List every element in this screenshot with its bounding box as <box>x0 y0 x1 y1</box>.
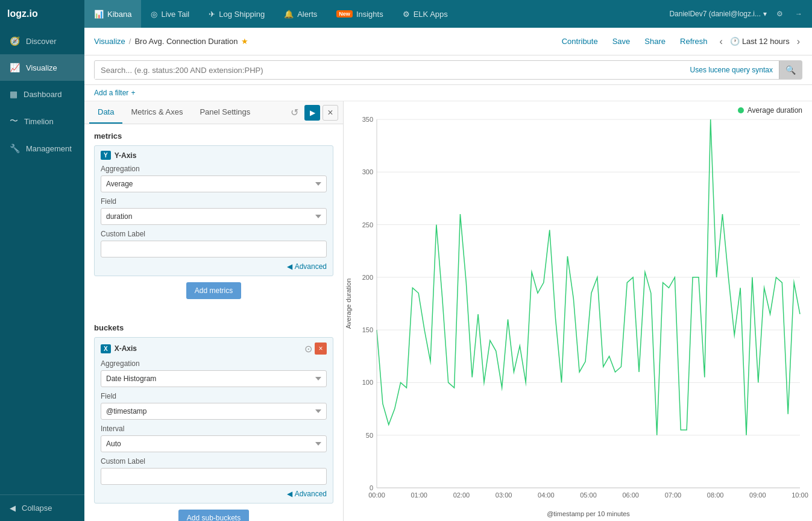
nav-livetail[interactable]: ◎ Live Tail <box>141 0 199 28</box>
add-filter-button[interactable]: Add a filter + <box>94 89 135 97</box>
favorite-icon[interactable]: ★ <box>241 37 248 46</box>
interval-select[interactable]: Auto Millisecond Second Minute Hourly Da… <box>101 435 327 452</box>
user-menu[interactable]: DanielDev7 (daniel@logz.i... ▾ <box>669 10 767 18</box>
filter-plus-symbol: + <box>131 89 135 97</box>
advanced-link[interactable]: ◀ Advanced <box>101 262 327 271</box>
add-subbuckets-button[interactable]: Add sub-buckets <box>178 510 249 521</box>
breadcrumb-bar: Visualize / Bro Avg. Connection Duration… <box>84 28 812 55</box>
add-metrics-button[interactable]: Add metrics <box>186 282 241 299</box>
custom-label-input[interactable] <box>101 241 327 257</box>
collapse-button[interactable]: ◀ Collapse <box>0 495 84 521</box>
send-icon: ✈ <box>209 10 215 19</box>
puzzle-icon: ⚙ <box>403 10 410 19</box>
search-input[interactable] <box>95 62 684 79</box>
xaxis-custom-label-label: Custom Label <box>101 457 327 466</box>
nav-logshipping[interactable]: ✈ Log Shipping <box>199 0 274 28</box>
xaxis-label: X-Axis <box>115 344 137 353</box>
save-button[interactable]: Save <box>608 34 635 48</box>
sidebar-item-management[interactable]: 🔧 Management <box>0 135 84 162</box>
legend-label: Average duration <box>747 106 802 115</box>
panel-close-button[interactable]: × <box>323 105 338 121</box>
time-prev-button[interactable]: ‹ <box>717 36 725 47</box>
chart-legend: Average duration <box>738 106 802 115</box>
settings-gear-button[interactable]: ↺ <box>286 105 302 121</box>
sidebar-bottom: ◀ Collapse <box>0 494 84 521</box>
nav-alerts[interactable]: 🔔 Alerts <box>274 0 327 28</box>
custom-label-label: Custom Label <box>101 230 327 238</box>
tab-data[interactable]: Data <box>89 101 122 124</box>
time-range[interactable]: 🕐 Last 12 hours <box>730 37 790 46</box>
bell-icon: 🔔 <box>284 10 294 19</box>
plus-icon: Add a filter <box>94 89 128 97</box>
run-button[interactable]: ▶ <box>304 105 320 121</box>
tab-actions: ↺ ▶ × <box>286 105 338 121</box>
breadcrumb-actions: Contribute Save Share Refresh ‹ 🕐 Last 1… <box>557 34 802 48</box>
contribute-button[interactable]: Contribute <box>557 34 603 48</box>
search-button[interactable]: 🔍 <box>779 61 802 79</box>
interval-label: Interval <box>101 425 327 433</box>
time-next-button[interactable]: › <box>795 36 802 47</box>
nav-items: 📊 Kibana ◎ Live Tail ✈ Log Shipping 🔔 Al… <box>84 0 669 28</box>
chart-area: Average duration <box>344 101 812 521</box>
breadcrumb-separator: / <box>129 37 131 46</box>
timelion-icon: 〜 <box>10 116 18 127</box>
clock-icon: 🕐 <box>730 37 740 46</box>
xaxis-custom-label-input[interactable] <box>101 468 327 485</box>
nav-right: DanielDev7 (daniel@logz.i... ▾ ⚙ → <box>669 7 812 21</box>
chart-canvas <box>344 101 812 521</box>
dashboard-icon: ▦ <box>10 89 17 99</box>
sidebar-item-discover[interactable]: 🧭 Discover <box>0 28 84 54</box>
yaxis-header: Y Y-Axis <box>101 151 327 160</box>
top-navigation: logz.io 📊 Kibana ◎ Live Tail ✈ Log Shipp… <box>0 0 812 28</box>
sidebar-item-timelion[interactable]: 〜 Timelion <box>0 107 84 135</box>
lucene-hint[interactable]: Uses lucene query syntax <box>684 66 779 74</box>
search-input-wrap: Uses lucene query syntax 🔍 <box>94 60 802 80</box>
sidebar-item-dashboard[interactable]: ▦ Dashboard <box>0 81 84 107</box>
yaxis-label: Y-Axis <box>115 151 137 160</box>
nav-kibana[interactable]: 📊 Kibana <box>84 0 141 28</box>
visualization-area: Data Metrics & Axes Panel Settings ↺ ▶ × <box>84 101 812 521</box>
chevron-down-icon: ▾ <box>763 10 767 18</box>
nav-insights[interactable]: New Insights <box>327 0 392 28</box>
xaxis-close-button[interactable]: × <box>315 343 327 355</box>
toggle-button[interactable]: ⊙ <box>304 343 312 355</box>
share-button[interactable]: Share <box>640 34 670 48</box>
management-icon: 🔧 <box>10 144 20 153</box>
circle-icon: ◎ <box>151 10 157 19</box>
nav-elkapps[interactable]: ⚙ ELK Apps <box>393 0 458 28</box>
xaxis-header: X X-Axis ⊙ × <box>101 343 327 355</box>
filter-row: Add a filter + <box>84 85 812 101</box>
signout-icon[interactable]: → <box>793 7 805 21</box>
breadcrumb-parent[interactable]: Visualize <box>94 37 125 46</box>
refresh-button[interactable]: Refresh <box>675 34 713 48</box>
field-select[interactable]: duration <box>101 208 327 225</box>
main-layout: 🧭 Discover 📈 Visualize ▦ Dashboard 〜 Tim… <box>0 28 812 521</box>
xaxis-aggregation-select[interactable]: Date Histogram <box>101 370 327 387</box>
bar-chart-icon: 📊 <box>94 10 104 19</box>
sidebar-item-visualize[interactable]: 📈 Visualize <box>0 54 84 81</box>
breadcrumb: Visualize / Bro Avg. Connection Duration… <box>94 37 248 46</box>
aggregation-select[interactable]: Average Sum Min Max Count <box>101 175 327 192</box>
xaxis-advanced-link[interactable]: ◀ Advanced <box>101 490 327 498</box>
yaxis-subsection: Y Y-Axis Aggregation Average Sum Min Max… <box>94 145 333 276</box>
xaxis-chevron-icon: ◀ <box>287 490 292 498</box>
tab-metrics-axes[interactable]: Metrics & Axes <box>122 101 191 124</box>
aggregation-label: Aggregation <box>101 165 327 173</box>
sidebar: 🧭 Discover 📈 Visualize ▦ Dashboard 〜 Tim… <box>0 28 84 521</box>
content-area: Visualize / Bro Avg. Connection Duration… <box>84 28 812 521</box>
xaxis-subsection: X X-Axis ⊙ × Aggregation Date Histogram … <box>94 337 333 504</box>
search-bar: Uses lucene query syntax 🔍 <box>84 55 812 85</box>
buckets-title: buckets <box>94 323 333 332</box>
logo-area: logz.io <box>0 0 84 28</box>
yaxis-tag: Y <box>101 151 111 160</box>
metrics-section: metrics Y Y-Axis Aggregation Average Sum… <box>84 124 343 311</box>
field-label: Field <box>101 197 327 206</box>
chevron-icon: ◀ <box>287 262 292 271</box>
logo: logz.io <box>7 8 38 19</box>
xaxis-tag: X <box>101 344 111 353</box>
xaxis-field-select[interactable]: @timestamp <box>101 403 327 420</box>
buckets-section: buckets X X-Axis ⊙ × Aggregation <box>84 316 343 521</box>
xaxis-field-label: Field <box>101 392 327 400</box>
tab-panel-settings[interactable]: Panel Settings <box>191 101 259 124</box>
settings-icon[interactable]: ⚙ <box>774 7 785 21</box>
